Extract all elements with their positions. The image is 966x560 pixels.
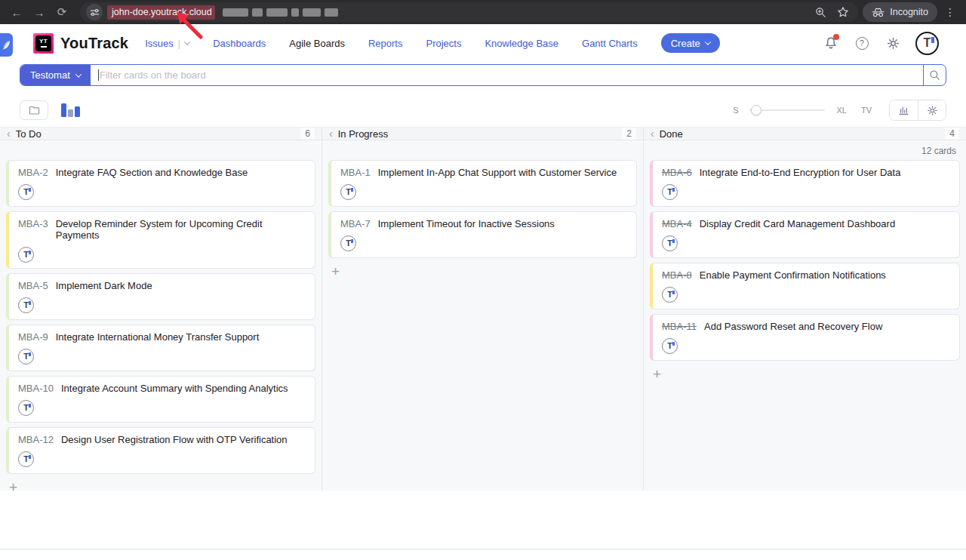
testomat-logo-icon: T (667, 342, 672, 350)
column-todo: MBA-2Integrate FAQ Section and Knowledge… (0, 140, 322, 496)
filter-cards-input[interactable] (100, 69, 915, 81)
testomat-logo-icon: T (23, 251, 29, 259)
nav-issues[interactable]: Issues | (145, 38, 189, 49)
issue-id[interactable]: MBA-8 (662, 269, 692, 281)
url-text[interactable]: john-doe.youtrack.cloud (107, 5, 215, 20)
collapse-column-icon[interactable]: ‹ (7, 128, 11, 140)
agile-board: ‹ To Do 6 ‹ In Progress 2 ‹ Done 4 12 ca… (0, 127, 966, 491)
notifications-bell-icon[interactable] (823, 35, 839, 51)
browser-back-button[interactable]: ← (8, 3, 26, 21)
youtrack-logo-icon[interactable]: YT (33, 33, 54, 54)
assignee-avatar[interactable]: T (662, 184, 678, 200)
nav-gantt-charts[interactable]: Gantt Charts (582, 38, 638, 49)
extension-side-tab[interactable] (0, 33, 13, 57)
search-icon (929, 69, 940, 81)
page-zoom-icon[interactable] (815, 7, 826, 18)
card[interactable]: MBA-7Implement Timeout for Inactive Sess… (328, 211, 637, 258)
issue-title[interactable]: Implement In-App Chat Support with Custo… (378, 167, 617, 178)
assignee-avatar[interactable]: T (340, 184, 356, 200)
browser-menu-button[interactable]: ⋮ (942, 6, 958, 18)
add-card-button[interactable]: + (650, 365, 664, 383)
site-settings-icon[interactable] (86, 4, 103, 20)
assignee-avatar[interactable]: T (18, 349, 34, 365)
issue-title[interactable]: Display Credit Card Management Dashboard (700, 218, 895, 229)
browser-forward-button[interactable]: → (30, 3, 48, 21)
assignee-avatar[interactable]: T (18, 184, 34, 200)
assignee-avatar[interactable]: T (662, 287, 678, 303)
issue-title[interactable]: Add Password Reset and Recovery Flow (704, 321, 882, 332)
nav-projects[interactable]: Projects (426, 38, 461, 49)
collapse-column-icon[interactable]: ‹ (651, 128, 654, 140)
issue-title[interactable]: Integrate Account Summary with Spending … (61, 383, 288, 394)
slider-knob[interactable] (751, 105, 761, 115)
card[interactable]: MBA-4Display Credit Card Management Dash… (650, 211, 960, 258)
issue-title[interactable]: Implement Timeout for Inactive Sessions (378, 218, 555, 229)
issue-id[interactable]: MBA-5 (18, 280, 48, 291)
card[interactable]: MBA-5Implement Dark Mode T (6, 273, 315, 320)
issue-title[interactable]: Integrate FAQ Section and Knowledge Base (56, 167, 248, 178)
issue-title[interactable]: Enable Payment Confirmation Notification… (700, 269, 886, 281)
column-header-done: ‹ Done 4 (644, 128, 966, 140)
issue-id[interactable]: MBA-10 (18, 383, 54, 394)
collapse-column-icon[interactable]: ‹ (329, 128, 333, 140)
app-header: YT YouTrack Issues | Dashboards Agile Bo… (0, 24, 966, 62)
card[interactable]: MBA-6Integrate End-to-End Encryption for… (650, 160, 960, 207)
card[interactable]: MBA-9Integrate International Money Trans… (6, 325, 315, 371)
app-title: YouTrack (60, 35, 128, 52)
issues-dropdown-chevron-icon[interactable] (184, 38, 190, 45)
nav-agile-boards[interactable]: Agile Boards (289, 38, 345, 49)
create-button[interactable]: Create (661, 33, 720, 53)
tv-mode-button[interactable]: TV (861, 106, 872, 115)
issue-id[interactable]: MBA-9 (18, 331, 48, 343)
testomat-logo-icon: T (924, 37, 931, 49)
card[interactable]: MBA-12Design User Registration Flow with… (6, 427, 315, 474)
issue-id[interactable]: MBA-7 (340, 218, 371, 229)
issue-id[interactable]: MBA-12 (18, 434, 54, 445)
card[interactable]: MBA-3Develop Reminder System for Upcomin… (6, 211, 315, 269)
nav-reports[interactable]: Reports (368, 38, 403, 49)
help-icon[interactable]: ? (854, 35, 870, 51)
issue-title[interactable]: Develop Reminder System for Upcoming Cre… (56, 218, 307, 241)
assignee-avatar[interactable]: T (18, 297, 34, 313)
browser-reload-button[interactable]: ⟳ (53, 3, 71, 21)
board-settings-button[interactable] (918, 100, 946, 120)
card-size-slider[interactable] (749, 105, 825, 115)
issue-title[interactable]: Integrate End-to-End Encryption for User… (700, 167, 901, 178)
issue-id[interactable]: MBA-6 (662, 167, 692, 178)
issue-title[interactable]: Design User Registration Flow with OTP V… (61, 434, 288, 445)
issue-id[interactable]: MBA-2 (18, 167, 48, 178)
card[interactable]: MBA-2Integrate FAQ Section and Knowledge… (6, 160, 315, 207)
nav-knowledge-base[interactable]: Knowledge Base (485, 38, 558, 49)
card[interactable]: MBA-1Implement In-App Chat Support with … (328, 160, 637, 207)
issue-title[interactable]: Integrate International Money Transfer S… (56, 331, 260, 343)
bookmark-star-icon[interactable] (837, 6, 849, 18)
histogram-icon (898, 105, 909, 115)
assignee-avatar[interactable]: T (340, 235, 356, 251)
card[interactable]: MBA-8Enable Payment Confirmation Notific… (650, 263, 960, 309)
column-count-badge: 6 (300, 128, 315, 140)
settings-gear-icon[interactable] (884, 35, 901, 51)
assignee-avatar[interactable]: T (662, 235, 678, 251)
user-avatar[interactable]: T (915, 32, 939, 55)
assignee-avatar[interactable]: T (18, 247, 34, 263)
issue-title[interactable]: Implement Dark Mode (56, 280, 152, 291)
issue-id[interactable]: MBA-4 (662, 218, 692, 229)
nav-dashboards[interactable]: Dashboards (213, 38, 266, 49)
issue-id[interactable]: MBA-1 (340, 167, 371, 178)
board-chart-button[interactable] (890, 100, 918, 120)
address-bar[interactable]: john-doe.youtrack.cloud (80, 2, 858, 22)
assignee-avatar[interactable]: T (662, 338, 678, 354)
chart-view-toggle[interactable] (61, 103, 80, 117)
redacted-url-blur (223, 8, 338, 17)
issue-id[interactable]: MBA-11 (662, 321, 697, 332)
assignee-avatar[interactable]: T (18, 451, 34, 467)
board-selector-button[interactable]: Testomat (20, 65, 91, 85)
add-card-button[interactable]: + (328, 263, 343, 280)
search-button[interactable] (923, 65, 946, 85)
create-chevron-icon (705, 38, 711, 45)
backlog-folder-button[interactable] (20, 100, 48, 120)
issue-id[interactable]: MBA-3 (18, 218, 48, 229)
assignee-avatar[interactable]: T (18, 400, 34, 416)
card[interactable]: MBA-11Add Password Reset and Recovery Fl… (650, 314, 960, 361)
card[interactable]: MBA-10Integrate Account Summary with Spe… (6, 376, 315, 423)
